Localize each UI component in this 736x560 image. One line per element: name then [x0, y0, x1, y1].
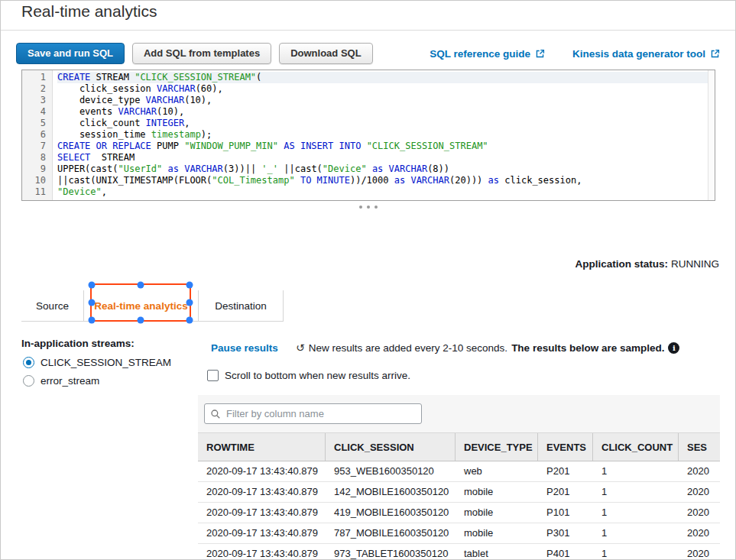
line-number: 7 — [22, 141, 46, 152]
table-cell: P201 — [538, 461, 593, 481]
table-row: 2020-09-17 13:43:40.879953_WEB1600350120… — [198, 461, 720, 482]
code-line: click_session VARCHAR(60), — [57, 83, 708, 95]
application-status-value: RUNNING — [671, 258, 719, 270]
table-cell: mobile — [456, 503, 538, 523]
results-table: ROWTIMECLICK_SESSIONDEVICE_TYPEEVENTSCLI… — [198, 395, 720, 560]
line-number: 5 — [22, 118, 46, 129]
tab-destination[interactable]: Destination — [198, 290, 284, 322]
in-application-streams-heading: In-application streams: — [21, 338, 135, 349]
line-number: 10 — [22, 175, 46, 186]
column-header: DEVICE_TYPE — [456, 433, 538, 461]
table-cell: 2020 — [679, 482, 720, 502]
tab-bar: Source Real-time analytics Destination — [21, 290, 284, 322]
table-cell: web — [456, 461, 538, 481]
external-link-icon — [535, 49, 545, 59]
table-cell: 1 — [593, 503, 679, 523]
table-cell: P201 — [538, 482, 593, 502]
code-line: events VARCHAR(10), — [57, 106, 708, 118]
save-and-run-sql-button[interactable]: Save and run SQL — [16, 43, 125, 64]
table-cell: mobile — [456, 482, 538, 502]
table-cell: 953_WEB1600350120 — [326, 461, 456, 481]
code-line: CREATE OR REPLACE PUMP "WINDOW_PUMP_MIN"… — [57, 141, 708, 152]
code-line: "Device", — [57, 186, 708, 198]
filter-band — [198, 395, 720, 432]
code-line: session_time timestamp); — [57, 129, 708, 141]
code-line: ||cast(UNIX_TIMESTAMP(FLOOR("COL_Timesta… — [57, 175, 708, 186]
application-status-label: Application status: — [575, 258, 668, 270]
editor-scrollbar[interactable] — [708, 70, 715, 200]
table-cell: 2020 — [679, 461, 720, 481]
external-link-icon — [710, 49, 720, 59]
line-number: 4 — [22, 106, 46, 118]
table-cell: 2020 — [679, 503, 720, 523]
table-cell: 2020 — [679, 523, 720, 543]
filter-by-column-input[interactable] — [204, 403, 422, 424]
sql-editor[interactable]: 1234567891011 CREATE STREAM "CLICK_SESSI… — [21, 70, 715, 201]
column-header: CLICK_COUNT — [593, 433, 679, 461]
info-icon[interactable]: i — [668, 342, 679, 354]
code-line: click_count INTEGER, — [57, 118, 708, 129]
stream-option-label: CLICK_SESSION_STREAM — [41, 357, 171, 368]
table-cell: 1 — [593, 523, 679, 543]
kinesis-data-generator-tool-label: Kinesis data generator tool — [572, 48, 705, 60]
refresh-icon: ↺ — [296, 342, 305, 354]
application-status: Application status:RUNNING — [575, 258, 719, 270]
table-cell: 1 — [593, 544, 679, 560]
code-line: UPPER(cast("UserId" as VARCHAR(3))|| '_'… — [57, 163, 708, 175]
stream-option-click-session-stream: CLICK_SESSION_STREAM — [23, 357, 171, 368]
table-row: 2020-09-17 13:43:40.879142_MOBILE1600350… — [198, 482, 720, 503]
table-cell: 2020-09-17 13:43:40.879 — [198, 503, 326, 523]
page-title: Real-time analytics — [21, 2, 157, 21]
table-cell: 419_MOBILE1600350120 — [326, 503, 456, 523]
sql-reference-guide-link[interactable]: SQL reference guide — [430, 48, 545, 60]
results-note-text: New results are added every 2-10 seconds… — [309, 342, 507, 354]
download-sql-button[interactable]: Download SQL — [279, 43, 372, 64]
toolbar-links: SQL reference guide Kinesis data generat… — [430, 48, 720, 60]
tab-source[interactable]: Source — [21, 290, 83, 322]
code-line: CREATE STREAM "CLICK_SESSION_STREAM"( — [57, 72, 708, 83]
line-number: 3 — [22, 95, 46, 106]
scroll-to-bottom-checkbox[interactable] — [207, 370, 219, 381]
column-header: CLICK_SESSION — [326, 433, 456, 461]
tab-real-time-analytics[interactable]: Real-time analytics — [83, 290, 198, 322]
add-sql-from-templates-button[interactable]: Add SQL from templates — [132, 43, 271, 64]
selection-handle — [138, 282, 144, 289]
line-number: 6 — [22, 129, 46, 141]
table-cell: P301 — [538, 523, 593, 543]
stream-option-label: error_stream — [41, 375, 99, 387]
sql-reference-guide-label: SQL reference guide — [430, 48, 530, 60]
table-cell: 787_MOBILE1600350120 — [326, 523, 456, 543]
code-line: device_type VARCHAR(10), — [57, 95, 708, 106]
table-cell: 973_TABLET1600350120 — [326, 544, 456, 560]
line-number: 9 — [22, 163, 46, 175]
code-line: SELECT STREAM — [57, 152, 708, 163]
table-row: 2020-09-17 13:43:40.879419_MOBILE1600350… — [198, 503, 720, 523]
results-sampled-text: The results below are sampled. — [511, 342, 664, 354]
table-cell: 2020-09-17 13:43:40.879 — [198, 482, 326, 502]
column-header: SES — [679, 433, 720, 461]
selection-handle — [186, 282, 193, 289]
table-row: 2020-09-17 13:43:40.879787_MOBILE1600350… — [198, 523, 720, 544]
table-cell: 2020-09-17 13:43:40.879 — [198, 523, 326, 543]
pause-results-link[interactable]: Pause results — [211, 342, 278, 354]
search-icon — [210, 409, 221, 419]
editor-resize-handle[interactable] — [1, 202, 735, 212]
stream-option-error-stream: error_stream — [23, 375, 99, 387]
real-time-analytics-page: Real-time analytics Save and run SQL Add… — [0, 0, 736, 560]
radio-button[interactable] — [23, 375, 34, 387]
column-header: ROWTIME — [198, 433, 326, 461]
table-cell: P401 — [538, 544, 593, 560]
table-cell: 1 — [593, 482, 679, 502]
scroll-to-bottom-label: Scroll to bottom when new results arrive… — [225, 370, 410, 381]
title-divider — [1, 30, 735, 31]
radio-button-selected[interactable] — [23, 357, 34, 368]
table-cell: tablet — [456, 544, 538, 560]
toolbar: Save and run SQL Add SQL from templates … — [16, 42, 720, 65]
table-cell: 1 — [593, 461, 679, 481]
table-cell: 142_MOBILE1600350120 — [326, 482, 456, 502]
table-body: 2020-09-17 13:43:40.879953_WEB1600350120… — [198, 461, 720, 560]
editor-code[interactable]: CREATE STREAM "CLICK_SESSION_STREAM"( cl… — [53, 70, 708, 200]
table-cell: 2020-09-17 13:43:40.879 — [198, 461, 326, 481]
kinesis-data-generator-tool-link[interactable]: Kinesis data generator tool — [572, 48, 720, 60]
table-cell: mobile — [456, 523, 538, 543]
